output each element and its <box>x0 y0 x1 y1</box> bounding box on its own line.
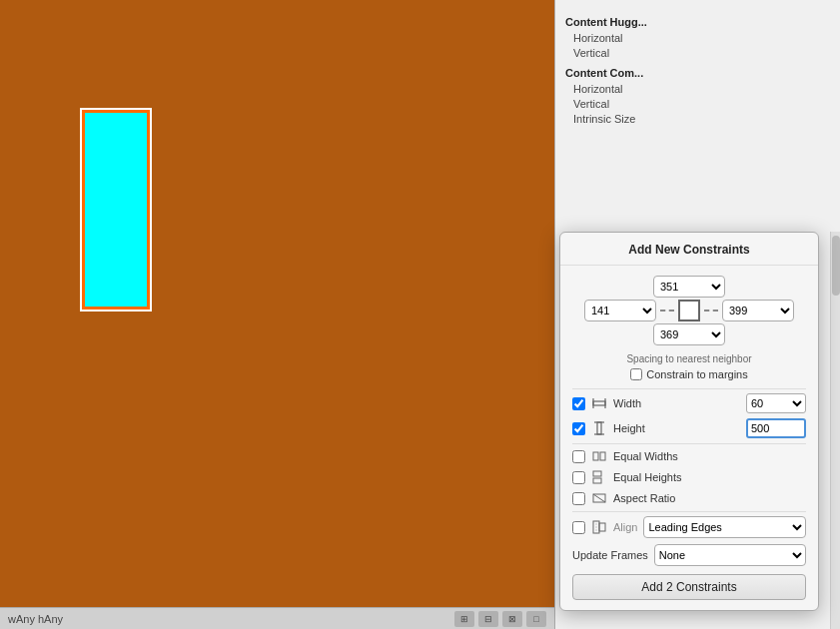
hugging-horizontal-label: Horizontal <box>573 32 830 44</box>
layout-icon[interactable]: ⊟ <box>478 611 498 627</box>
align-row: Align Leading Edges Trailing Edges Top E… <box>572 516 806 538</box>
constraints-divider-mid <box>572 443 806 444</box>
svg-rect-6 <box>593 452 598 460</box>
constraint-width: Width 60 80 100 <box>572 393 806 413</box>
equal-widths-label: Equal Widths <box>613 450 806 462</box>
constraints-divider-top <box>572 388 806 389</box>
equal-heights-icon <box>591 469 607 485</box>
align-dropdown[interactable]: Leading Edges Trailing Edges Top Edges B… <box>643 516 806 538</box>
svg-rect-7 <box>600 452 605 460</box>
aspect-ratio-icon <box>591 490 607 506</box>
content-compression-title: Content Com... <box>565 67 830 79</box>
compression-vertical-row: Vertical <box>565 98 830 110</box>
height-value[interactable] <box>746 418 806 438</box>
width-value[interactable]: 60 80 100 <box>746 393 806 413</box>
constrain-margins-checkbox[interactable] <box>630 368 642 380</box>
svg-rect-9 <box>593 478 601 483</box>
aspect-ratio-label: Aspect Ratio <box>613 492 806 504</box>
width-checkbox[interactable] <box>572 397 585 410</box>
spacing-left-input[interactable]: 141 50 100 <box>584 300 656 321</box>
intrinsic-size-row: Intrinsic Size <box>565 113 830 125</box>
align-icon[interactable]: ⊠ <box>502 611 522 627</box>
spacing-bottom-row: 369 100 200 <box>653 323 725 345</box>
center-box <box>678 300 700 321</box>
constraint-height: Height <box>572 418 806 438</box>
update-frames-dropdown[interactable]: None Items of New Constraints All Frames… <box>654 544 806 566</box>
height-label: Height <box>613 422 740 434</box>
compression-horizontal-label: Horizontal <box>573 83 830 95</box>
canvas: wAny hAny ⊞ ⊟ ⊠ □ <box>0 0 554 629</box>
equal-widths-checkbox[interactable] <box>572 450 585 463</box>
align-checkbox[interactable] <box>572 521 585 534</box>
spacing-top-row: 351 100 200 <box>653 276 725 298</box>
align-icon <box>591 519 607 535</box>
svg-rect-13 <box>599 523 605 531</box>
spacing-top-input[interactable]: 351 100 200 <box>653 276 725 298</box>
constrain-margins-label: Constrain to margins <box>646 368 748 380</box>
popup-title: Add New Constraints <box>560 233 818 266</box>
svg-rect-8 <box>593 471 601 476</box>
size-class-label: wAny hAny <box>8 613 63 625</box>
add-constraints-button[interactable]: Add 2 Constraints <box>572 574 806 600</box>
constraint-aspect-ratio: Aspect Ratio <box>572 490 806 506</box>
constraints-popup: Add New Constraints 351 100 200 141 50 1… <box>559 232 819 611</box>
aspect-ratio-checkbox[interactable] <box>572 492 585 505</box>
hugging-vertical-label: Vertical <box>573 47 830 59</box>
spacing-grid: 351 100 200 141 50 100 399 100 200 <box>572 276 806 347</box>
constraint-equal-widths: Equal Widths <box>572 448 806 464</box>
width-label: Width <box>613 397 740 409</box>
dashed-right <box>704 310 718 312</box>
equal-widths-icon <box>591 448 607 464</box>
svg-rect-0 <box>593 401 605 405</box>
equal-heights-checkbox[interactable] <box>572 471 585 484</box>
hugging-horizontal-row: Horizontal <box>565 32 830 44</box>
spacing-middle-row: 141 50 100 399 100 200 <box>584 300 794 321</box>
constraint-equal-heights: Equal Heights <box>572 469 806 485</box>
update-frames-label: Update Frames <box>572 549 648 561</box>
popup-body: 351 100 200 141 50 100 399 100 200 <box>560 266 818 610</box>
dashed-left <box>660 310 674 312</box>
spacing-right-input[interactable]: 399 100 200 <box>722 300 794 321</box>
constraints-divider-bot <box>572 511 806 512</box>
intrinsic-size-label: Intrinsic Size <box>573 113 830 125</box>
bottom-bar-icons: ⊞ ⊟ ⊠ □ <box>454 611 546 627</box>
content-hugging-title: Content Hugg... <box>565 16 830 28</box>
spacing-hint: Spacing to nearest neighbor <box>572 353 806 364</box>
compression-horizontal-row: Horizontal <box>565 83 830 95</box>
svg-line-11 <box>593 494 605 502</box>
hugging-vertical-row: Vertical <box>565 47 830 59</box>
equal-heights-label: Equal Heights <box>613 471 806 483</box>
group-icon[interactable]: □ <box>526 611 546 627</box>
height-icon <box>591 420 607 436</box>
constrain-margins-row: Constrain to margins <box>572 368 806 380</box>
selected-view[interactable] <box>82 110 150 310</box>
align-label: Align <box>613 521 637 533</box>
frame-icon[interactable]: ⊞ <box>454 611 474 627</box>
scrollbar[interactable] <box>830 232 840 629</box>
spacing-bottom-input[interactable]: 369 100 200 <box>653 323 725 345</box>
update-frames-row: Update Frames None Items of New Constrai… <box>572 544 806 566</box>
compression-vertical-label: Vertical <box>573 98 830 110</box>
height-checkbox[interactable] <box>572 422 585 435</box>
scroll-thumb <box>832 236 840 296</box>
width-icon <box>591 395 607 411</box>
bottom-bar: wAny hAny ⊞ ⊟ ⊠ □ <box>0 607 554 629</box>
svg-rect-3 <box>597 422 601 434</box>
